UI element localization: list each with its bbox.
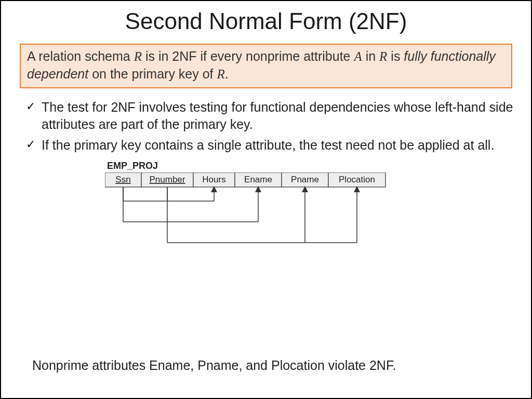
bullet-item: The test for 2NF involves testing for fu… — [26, 99, 515, 134]
fd-diagram-svg: Ssn Pnumber Hours Ename Pname Plocation … — [105, 172, 427, 266]
fd-diagram: EMP_PROJ Ssn Pnumber Hours Ename Pname P… — [105, 161, 427, 268]
def-text: A relation schema — [27, 49, 134, 63]
def-text: on the primary key of — [88, 66, 217, 81]
col-pname: Pname — [291, 175, 319, 184]
relation-name: EMP_PROJ — [107, 161, 427, 171]
def-var-R: R — [379, 49, 387, 63]
def-var-R: R — [134, 49, 142, 63]
slide-title: Second Normal Form (2NF) — [17, 8, 515, 34]
def-text: is in 2NF if every nonprime attribute — [142, 49, 354, 63]
col-pnumber: Pnumber — [150, 175, 185, 184]
def-text: in — [362, 49, 379, 63]
def-var-R: R — [217, 67, 225, 81]
slide: Second Normal Form (2NF) A relation sche… — [0, 0, 532, 399]
col-plocation: Plocation — [339, 175, 375, 184]
footer-note: Nonprime attributes Ename, Pname, and Pl… — [32, 358, 396, 373]
bullet-list: The test for 2NF involves testing for fu… — [26, 99, 515, 154]
def-var-A: A — [354, 49, 362, 63]
bullet-text: The test for 2NF involves testing for fu… — [42, 100, 513, 132]
col-hours: Hours — [202, 175, 225, 184]
def-text: is — [387, 49, 404, 63]
col-ename: Ename — [244, 175, 272, 184]
col-ssn: Ssn — [115, 175, 130, 184]
bullet-text: If the primary key contains a single att… — [42, 138, 494, 152]
def-text: . — [225, 66, 229, 81]
bullet-item: If the primary key contains a single att… — [26, 137, 515, 154]
definition-box: A relation schema R is in 2NF if every n… — [20, 44, 512, 88]
